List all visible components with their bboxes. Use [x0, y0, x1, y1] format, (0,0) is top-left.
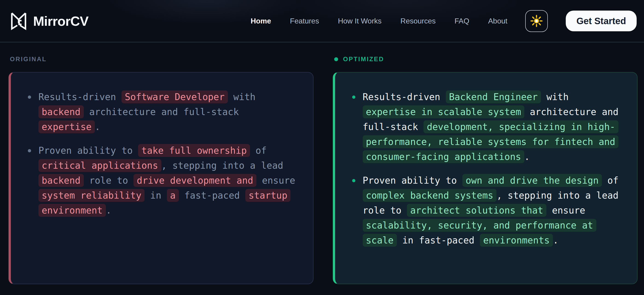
bullet-dot: [352, 179, 355, 182]
plain-text: Proven ability to: [38, 145, 138, 156]
plain-text: .: [106, 205, 112, 216]
added-text-highlight: own and drive the design: [462, 174, 602, 187]
removed-text-highlight: a: [167, 189, 179, 202]
added-text-highlight: architect solutions that: [407, 204, 546, 217]
original-panel-label: ORIGINAL: [8, 56, 314, 63]
bullet-dot: [352, 96, 355, 99]
optimized-resume-panel: Results-driven Backend Engineer with exp…: [333, 72, 638, 284]
optimized-label-text: OPTIMIZED: [343, 56, 384, 63]
plain-text: , stepping into a lead: [161, 160, 283, 171]
bullet-text: Proven ability to own and drive the desi…: [363, 173, 622, 248]
optimized-panel-label: OPTIMIZED: [333, 56, 638, 63]
theme-toggle-button[interactable]: [525, 10, 548, 32]
removed-text-highlight: backend: [38, 174, 84, 187]
nav-link-faq[interactable]: FAQ: [454, 17, 469, 25]
plain-text: role to: [84, 175, 134, 186]
nav-link-features[interactable]: Features: [290, 17, 319, 25]
added-text-highlight: expertise in scalable system: [363, 106, 524, 118]
plain-text: .: [524, 152, 530, 162]
original-bullet-item: Proven ability to take full ownership of…: [28, 143, 300, 218]
brand-home-link[interactable]: MirrorCV: [10, 12, 88, 30]
added-text-highlight: Backend Engineer: [446, 90, 541, 103]
plain-text: ensure: [256, 175, 295, 186]
removed-text-highlight: system reliability: [38, 189, 144, 202]
panel-labels-row: ORIGINAL OPTIMIZED: [8, 56, 638, 63]
removed-text-highlight: drive development and: [134, 174, 256, 187]
original-bullet-item: Results-driven Software Developer with b…: [28, 90, 300, 134]
plain-text: of: [602, 175, 618, 186]
removed-text-highlight: take full ownership: [138, 144, 250, 157]
bullet-text: Results-driven Software Developer with b…: [38, 90, 298, 134]
bullet-text: Results-driven Backend Engineer with exp…: [363, 90, 622, 164]
plain-text: Proven ability to: [363, 175, 462, 186]
nav-link-how-it-works[interactable]: How It Works: [338, 17, 382, 25]
removed-text-highlight: backend: [38, 106, 84, 118]
plain-text: Results-driven: [363, 92, 446, 102]
plain-text: ensure: [546, 205, 585, 216]
bullet-dot: [28, 96, 31, 99]
get-started-button[interactable]: Get Started: [566, 10, 637, 31]
removed-text-highlight: Software Developer: [122, 90, 228, 103]
bullet-dot: [28, 149, 31, 152]
top-navbar: MirrorCV HomeFeaturesHow It WorksResourc…: [0, 0, 644, 42]
optimized-status-dot: [334, 57, 338, 61]
plain-text: fast-paced: [179, 190, 245, 201]
plain-text: Results-driven: [38, 92, 122, 102]
removed-text-highlight: expertise: [38, 120, 95, 133]
nav-link-resources[interactable]: Resources: [400, 17, 436, 25]
plain-text: in fast-paced: [397, 235, 480, 246]
optimized-bullet-item: Proven ability to own and drive the desi…: [352, 173, 625, 248]
sun-icon: [530, 15, 543, 27]
added-text-highlight: environments: [480, 234, 553, 247]
plain-text: architecture and full-stack: [84, 106, 239, 117]
bullet-text: Proven ability to take full ownership of…: [38, 143, 298, 218]
plain-text: with: [228, 92, 256, 102]
plain-text: of: [250, 145, 266, 156]
plain-text: in: [144, 190, 167, 201]
plain-text: .: [553, 235, 558, 246]
optimized-bullet-item: Results-driven Backend Engineer with exp…: [352, 90, 625, 164]
resume-comparison-section: ORIGINAL OPTIMIZED Results-driven Softwa…: [0, 42, 644, 284]
main-nav: HomeFeaturesHow It WorksResourcesFAQAbou…: [251, 17, 507, 25]
plain-text: with: [541, 92, 568, 102]
original-resume-panel: Results-driven Software Developer with b…: [8, 72, 314, 284]
nav-link-home[interactable]: Home: [251, 17, 271, 25]
mirrorcv-m-logo-icon: [10, 12, 27, 30]
nav-link-about[interactable]: About: [488, 17, 508, 25]
plain-text: .: [95, 122, 100, 132]
added-text-highlight: complex backend systems: [363, 189, 497, 202]
brand-name: MirrorCV: [33, 13, 88, 29]
removed-text-highlight: critical applications: [38, 159, 161, 172]
original-label-text: ORIGINAL: [10, 56, 47, 63]
comparison-panels-row: Results-driven Software Developer with b…: [8, 72, 638, 284]
